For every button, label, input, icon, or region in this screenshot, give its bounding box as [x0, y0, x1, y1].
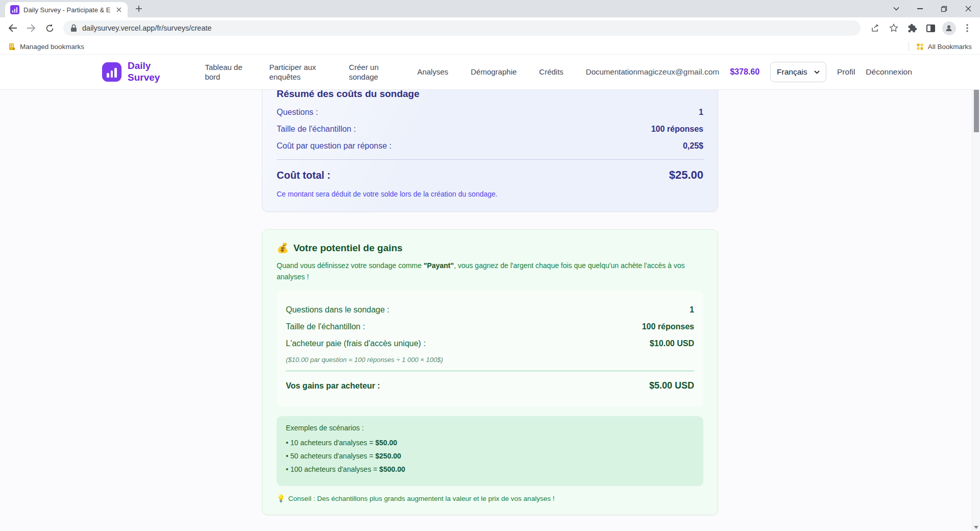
new-tab-button[interactable] [132, 2, 146, 16]
back-icon[interactable] [4, 19, 21, 37]
cost-note: Ce montant sera déduit de votre solde lo… [277, 190, 703, 198]
all-bookmarks[interactable]: All Bookmarks [916, 43, 972, 51]
cost-row-questions: Questions : 1 [277, 108, 703, 117]
nav-analytics[interactable]: Analyses [417, 67, 448, 77]
cost-row-value: 100 réponses [651, 125, 703, 134]
earn-row-questions: Questions dans le sondage : 1 [286, 305, 694, 315]
side-panel-icon[interactable] [922, 19, 939, 37]
earn-row-buyer-pays: L'acheteur paie (frais d'accès unique) :… [286, 339, 694, 348]
page-body: Résumé des coûts du sondage Questions : … [0, 77, 980, 518]
earn-row-value: 1 [690, 305, 694, 315]
chevron-down-icon [814, 70, 820, 74]
cost-row-label: Taille de l'échantillon : [277, 125, 356, 134]
account-area: magiczeux@gmail.com $378.60 Français Pro… [638, 62, 912, 82]
browser-tab[interactable]: Daily Survey - Participate & Earn [5, 2, 128, 17]
earn-row-label: L'acheteur paie (frais d'accès unique) : [286, 339, 426, 348]
profile-avatar-icon[interactable] [940, 19, 958, 37]
window-controls [884, 0, 980, 17]
cost-row-sample-size: Taille de l'échantillon : 100 réponses [277, 125, 703, 134]
restore-button[interactable] [932, 0, 956, 17]
logout-link[interactable]: Déconnexion [866, 67, 912, 77]
scroll-down-icon[interactable] [972, 524, 980, 531]
user-email: magiczeux@gmail.com [638, 67, 719, 77]
nav-participate[interactable]: Participer aux enquêtes [269, 62, 326, 82]
earnings-detail-panel: Questions dans le sondage : 1 Taille de … [277, 291, 703, 407]
earnings-card-title-row: 💰 Votre potentiel de gains [277, 242, 703, 254]
language-selected: Français [777, 67, 807, 77]
close-window-button[interactable] [956, 0, 980, 17]
url-text: dailysurvey.vercel.app/fr/surveys/create [82, 24, 212, 32]
managed-bookmarks-folder-icon [8, 43, 16, 51]
tab-title: Daily Survey - Participate & Earn [23, 6, 110, 14]
earn-row-label: Taille de l'échantillon : [286, 322, 365, 331]
bar-chart-logo-icon [102, 62, 121, 82]
minimize-button[interactable] [908, 0, 932, 17]
share-icon[interactable] [867, 19, 884, 37]
lock-icon [70, 24, 77, 32]
nav-documentation[interactable]: Documentation [586, 67, 638, 77]
earn-gain-row: Vos gains par acheteur : $5.00 USD [286, 380, 694, 391]
earnings-card-title: Votre potentiel de gains [293, 243, 403, 254]
cost-total-value: $25.00 [669, 168, 703, 182]
moneybag-icon: 💰 [277, 242, 289, 254]
gain-label: Vos gains par acheteur : [286, 381, 380, 391]
cost-total-row: Coût total : $25.00 [277, 168, 703, 182]
earnings-potential-card: 💰 Votre potentiel de gains Quand vous dé… [262, 229, 718, 515]
bookmark-star-icon[interactable] [885, 19, 902, 37]
nav-dashboard[interactable]: Tableau de bord [205, 62, 247, 82]
page-scrollbar[interactable] [972, 55, 980, 531]
brand-logo[interactable]: Daily Survey [102, 60, 160, 84]
cost-row-value: 1 [699, 108, 703, 117]
cost-row-value: 0,25$ [683, 141, 703, 151]
main-nav: Tableau de bord Participer aux enquêtes … [205, 62, 637, 82]
earn-row-value: 100 réponses [642, 322, 694, 331]
price-formula: ($10.00 par question = 100 réponses ÷ 1 … [286, 356, 694, 364]
scenario-line: • 100 acheteurs d'analyses = $500.00 [286, 465, 694, 473]
nav-create-survey[interactable]: Créer un sondage [349, 62, 395, 82]
app-header: Daily Survey Tableau de bord Participer … [0, 55, 980, 90]
language-select[interactable]: Français [770, 62, 826, 82]
earnings-intro: Quand vous définissez votre sondage comm… [277, 260, 703, 282]
cost-row-label: Questions : [277, 108, 318, 117]
tip-line: 💡 Conseil : Des échantillons plus grands… [277, 494, 703, 502]
nav-credits[interactable]: Crédits [539, 67, 564, 77]
tab-search-chevron-icon[interactable] [884, 0, 908, 17]
bookmarks-divider [909, 42, 909, 51]
earn-row-sample-size: Taille de l'échantillon : 100 réponses [286, 322, 694, 331]
scenarios-box: Exemples de scénarios : • 10 acheteurs d… [277, 416, 703, 486]
site-favicon-icon [10, 5, 19, 14]
lightbulb-icon: 💡 [277, 494, 285, 502]
cost-row-label: Coût par question par réponse : [277, 141, 391, 151]
brand-name: Daily Survey [128, 60, 160, 84]
scenario-line: • 10 acheteurs d'analyses = $50.00 [286, 439, 694, 447]
reload-icon[interactable] [41, 19, 58, 37]
profile-link[interactable]: Profil [837, 67, 855, 77]
earn-row-value: $10.00 USD [650, 339, 694, 348]
extensions-puzzle-icon[interactable] [903, 19, 921, 37]
managed-bookmarks-label: Managed bookmarks [20, 43, 84, 51]
bookmarks-bar: Managed bookmarks All Bookmarks [0, 39, 980, 55]
scenario-line: • 50 acheteurs d'analyses = $250.00 [286, 452, 694, 460]
browser-menu-kebab-icon[interactable] [959, 19, 976, 37]
cost-divider [277, 159, 703, 160]
cost-card-title: Résumé des coûts du sondage [277, 88, 703, 100]
earn-row-label: Questions dans le sondage : [286, 305, 389, 315]
all-bookmarks-label: All Bookmarks [928, 43, 972, 51]
tab-strip: Daily Survey - Participate & Earn [0, 0, 980, 17]
managed-bookmarks[interactable]: Managed bookmarks [8, 43, 84, 51]
url-bar[interactable]: dailysurvey.vercel.app/fr/surveys/create [63, 20, 861, 36]
browser-toolbar: dailysurvey.vercel.app/fr/surveys/create [0, 17, 980, 39]
all-bookmarks-icon [916, 43, 924, 51]
tip-text: Conseil : Des échantillons plus grands a… [288, 495, 555, 502]
nav-demographics[interactable]: Démographie [471, 67, 517, 77]
cost-total-label: Coût total : [277, 170, 331, 181]
earnings-divider [286, 371, 694, 371]
balance-amount[interactable]: $378.60 [730, 67, 760, 77]
gain-value: $5.00 USD [649, 380, 694, 391]
forward-icon[interactable] [22, 19, 40, 37]
cost-summary-card: Résumé des coûts du sondage Questions : … [262, 77, 718, 212]
tab-close-icon[interactable] [114, 5, 124, 14]
scenarios-title: Exemples de scénarios : [286, 424, 694, 432]
cost-row-per-question: Coût par question par réponse : 0,25$ [277, 141, 703, 151]
